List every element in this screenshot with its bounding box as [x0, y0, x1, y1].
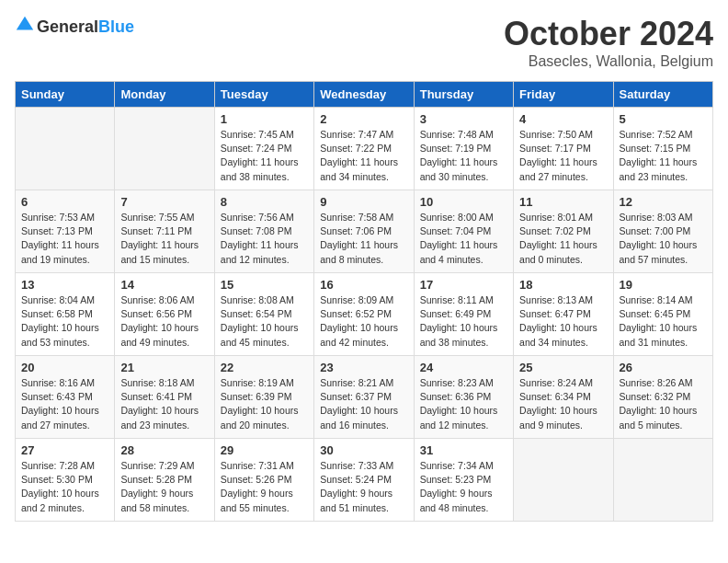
day-number: 4: [519, 112, 607, 126]
calendar-cell: 30Sunrise: 7:33 AM Sunset: 5:24 PM Dayli…: [314, 439, 414, 522]
calendar-week-row: 1Sunrise: 7:45 AM Sunset: 7:24 PM Daylig…: [16, 108, 713, 190]
cell-info: Sunrise: 8:09 AM Sunset: 6:52 PM Dayligh…: [320, 293, 407, 350]
cell-info: Sunrise: 8:03 AM Sunset: 7:00 PM Dayligh…: [620, 211, 707, 267]
day-number: 30: [320, 443, 407, 457]
cell-info: Sunrise: 7:33 AM Sunset: 5:24 PM Dayligh…: [320, 459, 407, 515]
day-number: 31: [420, 443, 507, 457]
cell-info: Sunrise: 8:26 AM Sunset: 6:32 PM Dayligh…: [620, 376, 707, 432]
calendar-cell: [613, 439, 712, 522]
calendar-cell: 3Sunrise: 7:48 AM Sunset: 7:19 PM Daylig…: [414, 108, 513, 190]
day-number: 10: [420, 195, 507, 209]
header-row: SundayMondayTuesdayWednesdayThursdayFrid…: [16, 82, 713, 108]
cell-info: Sunrise: 8:21 AM Sunset: 6:37 PM Dayligh…: [320, 376, 407, 432]
day-number: 21: [120, 361, 208, 374]
day-number: 18: [519, 278, 607, 292]
day-number: 23: [320, 361, 407, 374]
calendar-cell: 25Sunrise: 8:24 AM Sunset: 6:34 PM Dayli…: [514, 356, 613, 439]
calendar-cell: [115, 108, 214, 190]
cell-info: Sunrise: 8:00 AM Sunset: 7:04 PM Dayligh…: [420, 211, 507, 267]
cell-info: Sunrise: 7:48 AM Sunset: 7:19 PM Dayligh…: [420, 128, 507, 184]
day-number: 28: [120, 443, 208, 457]
cell-info: Sunrise: 7:47 AM Sunset: 7:22 PM Dayligh…: [320, 128, 407, 184]
cell-info: Sunrise: 8:18 AM Sunset: 6:41 PM Dayligh…: [120, 376, 208, 432]
cell-info: Sunrise: 8:14 AM Sunset: 6:45 PM Dayligh…: [620, 293, 707, 350]
cell-info: Sunrise: 8:13 AM Sunset: 6:47 PM Dayligh…: [519, 293, 607, 350]
calendar-cell: [514, 439, 613, 522]
calendar-cell: 20Sunrise: 8:16 AM Sunset: 6:43 PM Dayli…: [16, 356, 115, 439]
calendar-cell: 31Sunrise: 7:34 AM Sunset: 5:23 PM Dayli…: [414, 439, 513, 522]
calendar-table: SundayMondayTuesdayWednesdayThursdayFrid…: [15, 81, 713, 522]
weekday-header: Friday: [514, 82, 613, 108]
title-block: October 2024 Basecles, Wallonia, Belgium: [504, 15, 713, 70]
weekday-header: Wednesday: [314, 82, 414, 108]
cell-info: Sunrise: 7:29 AM Sunset: 5:28 PM Dayligh…: [120, 459, 208, 515]
day-number: 8: [221, 195, 308, 209]
cell-info: Sunrise: 7:56 AM Sunset: 7:08 PM Dayligh…: [221, 211, 308, 267]
cell-info: Sunrise: 8:19 AM Sunset: 6:39 PM Dayligh…: [221, 376, 308, 432]
cell-info: Sunrise: 7:50 AM Sunset: 7:17 PM Dayligh…: [519, 128, 607, 184]
cell-info: Sunrise: 8:23 AM Sunset: 6:36 PM Dayligh…: [420, 376, 507, 432]
header: GeneralBlue October 2024 Basecles, Wallo…: [15, 15, 713, 70]
calendar-cell: 6Sunrise: 7:53 AM Sunset: 7:13 PM Daylig…: [16, 190, 115, 273]
day-number: 25: [519, 361, 607, 374]
calendar-cell: [16, 108, 115, 190]
calendar-week-row: 13Sunrise: 8:04 AM Sunset: 6:58 PM Dayli…: [16, 273, 713, 356]
cell-info: Sunrise: 7:53 AM Sunset: 7:13 PM Dayligh…: [21, 211, 108, 267]
calendar-cell: 13Sunrise: 8:04 AM Sunset: 6:58 PM Dayli…: [16, 273, 115, 356]
calendar-cell: 12Sunrise: 8:03 AM Sunset: 7:00 PM Dayli…: [613, 190, 712, 273]
day-number: 9: [320, 195, 407, 209]
calendar-cell: 9Sunrise: 7:58 AM Sunset: 7:06 PM Daylig…: [314, 190, 414, 273]
day-number: 17: [420, 278, 507, 292]
cell-info: Sunrise: 7:45 AM Sunset: 7:24 PM Dayligh…: [221, 128, 308, 184]
calendar-cell: 14Sunrise: 8:06 AM Sunset: 6:56 PM Dayli…: [115, 273, 214, 356]
day-number: 26: [620, 361, 707, 374]
location-title: Basecles, Wallonia, Belgium: [504, 53, 713, 70]
logo: GeneralBlue: [15, 15, 134, 39]
day-number: 15: [221, 278, 308, 292]
cell-info: Sunrise: 7:34 AM Sunset: 5:23 PM Dayligh…: [420, 459, 507, 515]
cell-info: Sunrise: 8:08 AM Sunset: 6:54 PM Dayligh…: [221, 293, 308, 350]
day-number: 19: [620, 278, 707, 292]
calendar-cell: 19Sunrise: 8:14 AM Sunset: 6:45 PM Dayli…: [613, 273, 712, 356]
day-number: 27: [21, 443, 108, 457]
calendar-cell: 29Sunrise: 7:31 AM Sunset: 5:26 PM Dayli…: [214, 439, 313, 522]
calendar-cell: 2Sunrise: 7:47 AM Sunset: 7:22 PM Daylig…: [314, 108, 414, 190]
calendar-week-row: 20Sunrise: 8:16 AM Sunset: 6:43 PM Dayli…: [16, 356, 713, 439]
day-number: 14: [120, 278, 208, 292]
cell-info: Sunrise: 8:04 AM Sunset: 6:58 PM Dayligh…: [21, 293, 108, 350]
calendar-cell: 4Sunrise: 7:50 AM Sunset: 7:17 PM Daylig…: [514, 108, 613, 190]
day-number: 7: [120, 195, 208, 209]
calendar-cell: 10Sunrise: 8:00 AM Sunset: 7:04 PM Dayli…: [414, 190, 513, 273]
day-number: 1: [221, 112, 308, 126]
month-title: October 2024: [504, 15, 713, 53]
day-number: 3: [420, 112, 507, 126]
calendar-cell: 8Sunrise: 7:56 AM Sunset: 7:08 PM Daylig…: [214, 190, 313, 273]
cell-info: Sunrise: 7:55 AM Sunset: 7:11 PM Dayligh…: [120, 211, 208, 267]
day-number: 29: [221, 443, 308, 457]
weekday-header: Sunday: [16, 82, 115, 108]
weekday-header: Saturday: [613, 82, 712, 108]
calendar-week-row: 27Sunrise: 7:28 AM Sunset: 5:30 PM Dayli…: [16, 439, 713, 522]
calendar-cell: 26Sunrise: 8:26 AM Sunset: 6:32 PM Dayli…: [613, 356, 712, 439]
calendar-cell: 24Sunrise: 8:23 AM Sunset: 6:36 PM Dayli…: [414, 356, 513, 439]
calendar-cell: 23Sunrise: 8:21 AM Sunset: 6:37 PM Dayli…: [314, 356, 414, 439]
day-number: 2: [320, 112, 407, 126]
calendar-cell: 18Sunrise: 8:13 AM Sunset: 6:47 PM Dayli…: [514, 273, 613, 356]
calendar-week-row: 6Sunrise: 7:53 AM Sunset: 7:13 PM Daylig…: [16, 190, 713, 273]
calendar-cell: 28Sunrise: 7:29 AM Sunset: 5:28 PM Dayli…: [115, 439, 214, 522]
weekday-header: Monday: [115, 82, 214, 108]
calendar-cell: 5Sunrise: 7:52 AM Sunset: 7:15 PM Daylig…: [613, 108, 712, 190]
cell-info: Sunrise: 8:24 AM Sunset: 6:34 PM Dayligh…: [519, 376, 607, 432]
logo-blue: Blue: [98, 17, 134, 36]
calendar-cell: 1Sunrise: 7:45 AM Sunset: 7:24 PM Daylig…: [214, 108, 313, 190]
calendar-cell: 15Sunrise: 8:08 AM Sunset: 6:54 PM Dayli…: [214, 273, 313, 356]
svg-marker-0: [17, 17, 33, 30]
calendar-cell: 17Sunrise: 8:11 AM Sunset: 6:49 PM Dayli…: [414, 273, 513, 356]
cell-info: Sunrise: 8:06 AM Sunset: 6:56 PM Dayligh…: [120, 293, 208, 350]
day-number: 20: [21, 361, 108, 374]
logo-general: General: [37, 17, 98, 36]
day-number: 6: [21, 195, 108, 209]
cell-info: Sunrise: 8:01 AM Sunset: 7:02 PM Dayligh…: [519, 211, 607, 267]
cell-info: Sunrise: 7:58 AM Sunset: 7:06 PM Dayligh…: [320, 211, 407, 267]
day-number: 5: [620, 112, 707, 126]
